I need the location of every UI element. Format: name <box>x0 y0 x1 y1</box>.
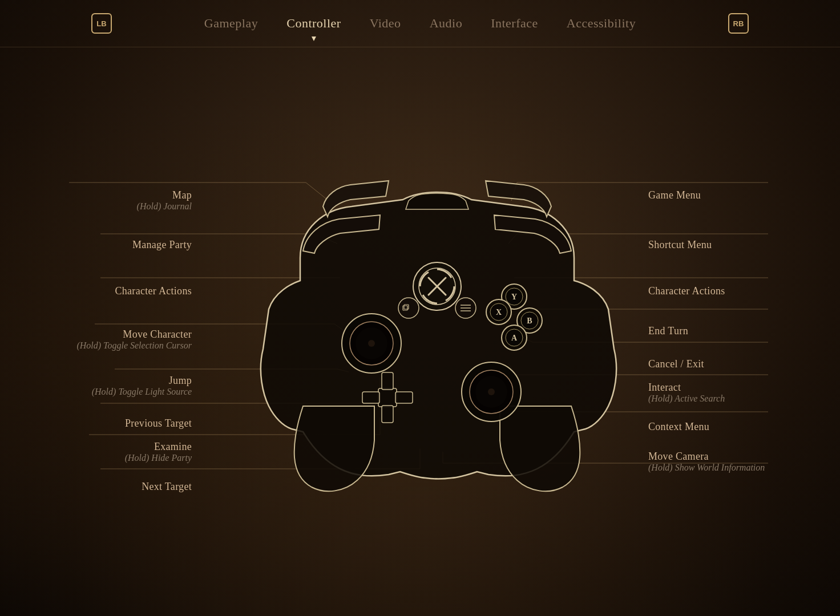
svg-text:B: B <box>527 317 532 325</box>
tab-controller[interactable]: Controller <box>284 10 344 37</box>
main-content: Map (Hold) Journal Manage Party Characte… <box>0 47 840 616</box>
svg-text:X: X <box>496 308 502 317</box>
lb-button[interactable]: LB <box>91 13 112 34</box>
svg-rect-50 <box>395 392 413 403</box>
svg-rect-48 <box>382 406 393 423</box>
tab-interface[interactable]: Interface <box>488 10 541 37</box>
right-labels: Game Menu Shortcut Menu Character Action… <box>643 167 819 497</box>
navigation-bar: LB Gameplay Controller Video Audio Inter… <box>0 0 840 47</box>
left-labels: Map (Hold) Journal Manage Party Characte… <box>21 167 197 497</box>
svg-point-54 <box>488 388 495 395</box>
tab-video[interactable]: Video <box>367 10 404 37</box>
label-map: Map (Hold) Journal <box>137 189 192 212</box>
svg-rect-47 <box>382 372 393 390</box>
label-manage-party: Manage Party <box>132 239 192 251</box>
svg-text:A: A <box>511 334 518 342</box>
label-character-actions-r: Character Actions <box>648 285 725 297</box>
label-move-camera: Move Camera (Hold) Show World Informatio… <box>648 451 765 473</box>
label-context-menu: Context Menu <box>648 421 709 433</box>
svg-rect-49 <box>362 392 379 403</box>
label-move-character: Move Character (Hold) Toggle Selection C… <box>76 329 192 351</box>
label-examine: Examine (Hold) Hide Party <box>125 441 192 463</box>
label-next-target: Next Target <box>142 481 192 493</box>
nav-tabs: Gameplay Controller Video Audio Interfac… <box>201 10 639 37</box>
label-end-turn: End Turn <box>648 325 688 337</box>
svg-point-45 <box>368 340 375 347</box>
tab-audio[interactable]: Audio <box>427 10 466 37</box>
svg-line-1 <box>306 183 329 201</box>
label-jump: Jump (Hold) Toggle Light Source <box>92 375 192 397</box>
rb-button[interactable]: RB <box>728 13 749 34</box>
controller-diagram: Y X B A <box>197 149 643 514</box>
tab-gameplay[interactable]: Gameplay <box>201 10 261 37</box>
label-interact: Interact (Hold) Active Search <box>648 382 725 404</box>
label-game-menu: Game Menu <box>648 189 701 201</box>
label-shortcut-menu: Shortcut Menu <box>648 239 712 251</box>
svg-rect-46 <box>378 388 397 407</box>
label-character-actions: Character Actions <box>115 285 192 297</box>
label-previous-target: Previous Target <box>125 418 192 429</box>
svg-text:Y: Y <box>511 293 517 301</box>
label-cancel-exit: Cancel / Exit <box>648 358 704 370</box>
tab-accessibility[interactable]: Accessibility <box>564 10 639 37</box>
